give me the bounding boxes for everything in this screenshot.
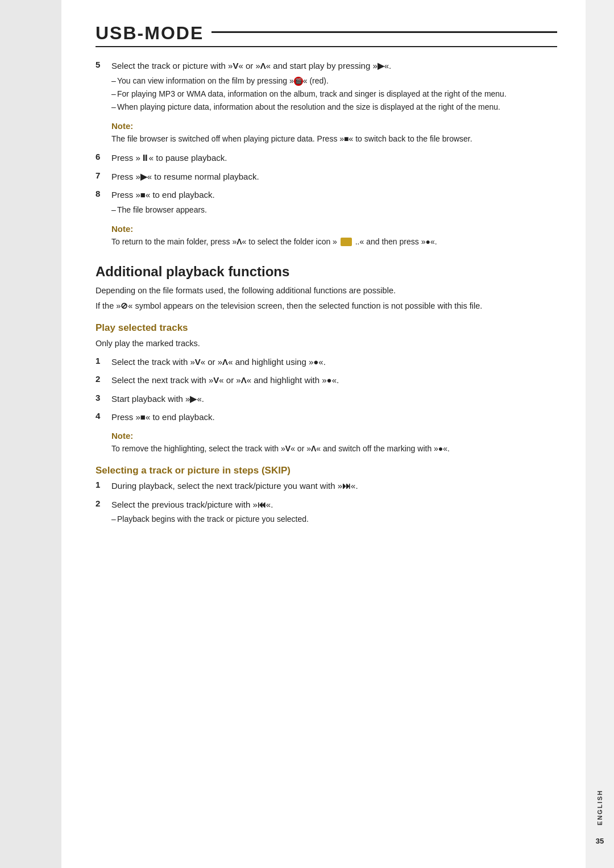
- skip-step-2: 2 Select the previous track/picture with…: [96, 499, 557, 527]
- skip-step-2-sub-1: Playback begins with the track or pictur…: [111, 513, 557, 525]
- right-sidebar: ENGLISH 35: [586, 0, 614, 868]
- note-3-label: Note:: [111, 431, 557, 441]
- play-selected-intro: Only play the marked tracks.: [96, 337, 557, 350]
- note-2: Note: To return to the main folder, pres…: [111, 224, 557, 248]
- play-step-1-text: Select the track with »V« or »Λ« and hig…: [111, 356, 557, 369]
- play-selected-heading: Play selected tracks: [96, 322, 557, 334]
- play-selected-steps: 1 Select the track with »V« or »Λ« and h…: [96, 356, 557, 424]
- note-1-text: The file browser is switched off when pl…: [111, 133, 557, 146]
- step-5: 5 Select the track or picture with »V« o…: [96, 60, 557, 114]
- skip-step-2-text: Select the previous track/picture with »…: [111, 499, 557, 527]
- skip-step-1: 1 During playback, select the next track…: [96, 480, 557, 493]
- step-5-sublist: You can view information on the film by …: [111, 75, 557, 113]
- play-step-1-num: 1: [96, 356, 111, 366]
- play-step-3-num: 3: [96, 393, 111, 402]
- page-title: USB-MODE: [96, 23, 557, 47]
- play-step-2-text: Select the next track with »V« or »Λ« an…: [111, 374, 557, 387]
- skip-step-1-text: During playback, select the next track/p…: [111, 480, 557, 493]
- step-5-sub-2: For playing MP3 or WMA data, information…: [111, 88, 557, 100]
- step-8-sub-1: The file browser appears.: [111, 204, 557, 216]
- step-7: 7 Press »▶« to resume normal playback.: [96, 171, 557, 184]
- step-5-sub-3: When playing picture data, information a…: [111, 101, 557, 113]
- step-7-num: 7: [96, 171, 111, 180]
- language-label: ENGLISH: [596, 790, 603, 825]
- step-6: 6 Press »⏸« to pause playback.: [96, 152, 557, 165]
- left-sidebar: [0, 0, 61, 868]
- play-step-3: 3 Start playback with »▶«.: [96, 393, 557, 406]
- step-8: 8 Press »■« to end playback. The file br…: [96, 189, 557, 217]
- note-2-text: To return to the main folder, press »Λ« …: [111, 236, 557, 248]
- step-5-sub-1: You can view information on the film by …: [111, 75, 557, 87]
- note-1-label: Note:: [111, 121, 557, 131]
- step-7-text: Press »▶« to resume normal playback.: [111, 171, 557, 184]
- play-step-1: 1 Select the track with »V« or »Λ« and h…: [96, 356, 557, 369]
- step-5-text: Select the track or picture with »V« or …: [111, 60, 557, 114]
- skip-step-2-num: 2: [96, 499, 111, 508]
- note-3: Note: To remove the highlighting, select…: [111, 431, 557, 455]
- note-3-text: To remove the highlighting, select the t…: [111, 443, 557, 455]
- skip-step-1-num: 1: [96, 480, 111, 489]
- note-2-label: Note:: [111, 224, 557, 234]
- title-text: USB-MODE: [96, 23, 204, 44]
- step-5-container: 5 Select the track or picture with »V« o…: [96, 60, 557, 145]
- main-content: USB-MODE 5 Select the track or picture w…: [61, 0, 586, 868]
- play-step-4-text: Press »■« to end playback.: [111, 411, 557, 424]
- step-6-num: 6: [96, 152, 111, 161]
- play-step-4: 4 Press »■« to end playback.: [96, 411, 557, 424]
- note-1: Note: The file browser is switched off w…: [111, 121, 557, 146]
- additional-intro-2: If the »⊘« symbol appears on the televis…: [96, 300, 557, 312]
- step-8-sublist: The file browser appears.: [111, 204, 557, 216]
- page-number: 35: [596, 837, 604, 845]
- additional-intro-1: Depending on the file formats used, the …: [96, 284, 557, 297]
- step-6-text: Press »⏸« to pause playback.: [111, 152, 557, 165]
- play-step-2: 2 Select the next track with »V« or »Λ« …: [96, 374, 557, 387]
- play-step-2-num: 2: [96, 374, 111, 384]
- skip-step-2-sublist: Playback begins with the track or pictur…: [111, 513, 557, 525]
- skip-heading: Selecting a track or picture in steps (S…: [96, 465, 557, 476]
- step-8-num: 8: [96, 189, 111, 198]
- additional-heading: Additional playback functions: [96, 264, 557, 280]
- step-8-text: Press »■« to end playback. The file brow…: [111, 189, 557, 217]
- step-5-num: 5: [96, 60, 111, 69]
- play-step-3-text: Start playback with »▶«.: [111, 393, 557, 406]
- skip-steps: 1 During playback, select the next track…: [96, 480, 557, 526]
- play-step-4-num: 4: [96, 411, 111, 421]
